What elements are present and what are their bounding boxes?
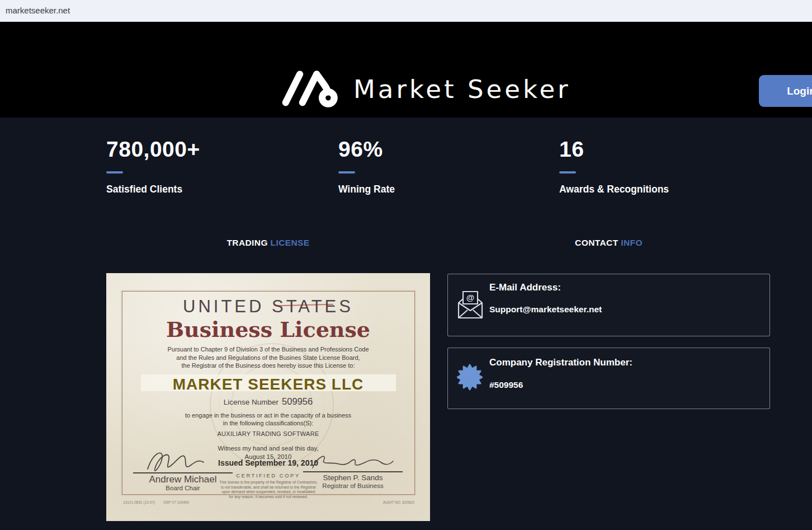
- registration-number-value: #509956: [489, 380, 523, 390]
- section-title-trading-license: TRADING LICENSE: [106, 238, 430, 248]
- certificate-engage-text: to engage in the business or act in the …: [106, 411, 430, 427]
- registration-badge-icon: [457, 364, 483, 393]
- business-license-certificate: UNITED STATES Business License Pursuant …: [106, 273, 430, 521]
- pursuant-line: Pursuant to Chapter 9 of Division 3 of t…: [106, 345, 430, 354]
- contact-card-registration: Company Registration Number: #509956: [447, 348, 770, 409]
- certificate-audit-number: AUDIT NO. 620620: [383, 500, 414, 504]
- pursuant-line: and the Rules and Regulations of the Bus…: [106, 354, 430, 362]
- email-envelope-icon: @: [456, 289, 485, 323]
- login-button-label: Login: [787, 85, 812, 97]
- section-title-contact-info: CONTACT INFO: [447, 238, 770, 248]
- stat-wining-rate: 96% Wining Rate: [338, 138, 551, 195]
- engage-line: to engage in the business or act in the …: [106, 411, 430, 419]
- contact-card-label: E-Mail Address:: [489, 282, 561, 293]
- stat-label: Wining Rate: [338, 184, 551, 195]
- site-header: Market Seeker Login →: [0, 22, 812, 118]
- browser-title-bar: marketseeker.net: [0, 0, 812, 22]
- stat-awards: 16 Awards & Recognitions: [559, 138, 772, 195]
- brand-logo[interactable]: Market Seeker: [275, 65, 571, 112]
- signatory-title: Registrar of Business: [303, 482, 403, 490]
- page: marketseeker.net: [0, 0, 812, 530]
- license-number-value: 509956: [282, 396, 313, 406]
- stat-accent-bar: [559, 171, 576, 173]
- stat-label: Satisfied Clients: [106, 184, 319, 195]
- certificate-classification: AUXILIARY TRADING SOFTWARE: [106, 430, 430, 437]
- signature-block-right: Stephen P. Sands Registrar of Business: [303, 449, 403, 490]
- certificate-license-number-line: License Number509956: [106, 396, 430, 407]
- pursuant-line: the Registrar of the Business does hereb…: [106, 362, 430, 370]
- browser-url-text[interactable]: marketseeker.net: [6, 0, 70, 21]
- fine-print-line: for any reason. It becomes void if not r…: [192, 495, 344, 500]
- signatory-name: Andrew Michael: [133, 474, 233, 485]
- contact-card-email: @ E-Mail Address: Support@marketseeker.n…: [447, 274, 770, 336]
- stat-satisfied-clients: 780,000+ Satisfied Clients: [106, 138, 319, 195]
- stat-value: 780,000+: [106, 138, 319, 161]
- certificate-pursuant-text: Pursuant to Chapter 9 of Division 3 of t…: [106, 345, 430, 370]
- section-title-white: CONTACT: [575, 238, 618, 247]
- signature-line: [303, 471, 403, 472]
- section-title-blue: INFO: [621, 238, 643, 247]
- stat-label: Awards & Recognitions: [559, 184, 772, 195]
- stat-accent-bar: [106, 171, 123, 173]
- certificate-footer-code: 13121-0831 (12-07) OSP 07 103490: [123, 500, 189, 504]
- contact-card-label: Company Registration Number:: [489, 357, 632, 368]
- stat-value: 16: [559, 138, 772, 161]
- svg-text:@: @: [466, 293, 475, 302]
- certificate-country: UNITED STATES: [106, 297, 430, 317]
- login-button[interactable]: Login →: [759, 75, 812, 107]
- signature-script-left: [141, 448, 225, 473]
- market-seeker-logo-icon: [275, 65, 344, 112]
- stat-accent-bar: [338, 171, 355, 173]
- contact-email-value[interactable]: Support@marketseeker.net: [489, 304, 602, 315]
- brand-name: Market Seeker: [353, 74, 571, 104]
- stat-value: 96%: [338, 138, 551, 161]
- certificate-title: Business License: [106, 317, 430, 342]
- signature-block-left: Andrew Michael Board Chair: [133, 448, 233, 492]
- engage-line: in the following classifications(S):: [106, 419, 430, 427]
- license-number-label: License Number: [224, 398, 278, 406]
- certificate-company-name: MARKET SEEKERS LLC: [106, 376, 430, 393]
- signatory-title: Board Chair: [133, 485, 233, 492]
- signature-line: [133, 472, 233, 473]
- signature-script-right: [308, 449, 398, 472]
- main-content: 780,000+ Satisfied Clients 96% Wining Ra…: [0, 118, 812, 530]
- section-title-blue: LICENSE: [271, 238, 310, 247]
- section-title-white: TRADING: [226, 238, 267, 247]
- signatory-name: Stephen P. Sands: [303, 473, 403, 482]
